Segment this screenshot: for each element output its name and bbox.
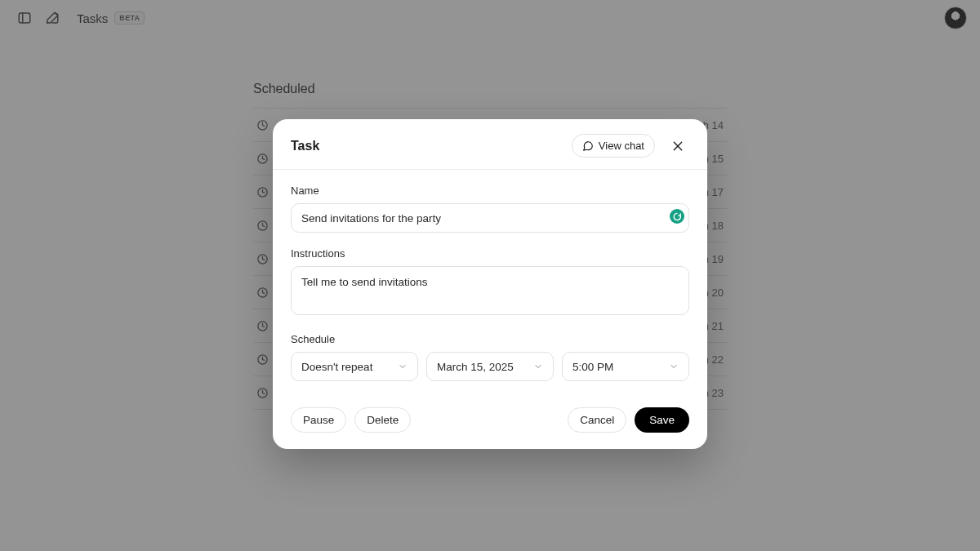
modal-overlay: Task View chat Name (0, 0, 980, 551)
save-button[interactable]: Save (635, 407, 689, 433)
grammarly-icon[interactable] (670, 209, 684, 224)
close-button[interactable] (666, 135, 689, 158)
date-select-value: March 15, 2025 (437, 361, 514, 373)
delete-button[interactable]: Delete (354, 407, 411, 433)
name-field-label: Name (291, 184, 689, 197)
instructions-field-label: Instructions (291, 247, 689, 260)
close-icon (671, 140, 684, 153)
date-select[interactable]: March 15, 2025 (426, 352, 554, 381)
cancel-button[interactable]: Cancel (568, 407, 626, 433)
time-select-value: 5:00 PM (572, 361, 613, 373)
task-instructions-input[interactable] (291, 266, 689, 315)
chevron-down-icon (669, 362, 679, 371)
chat-icon (582, 140, 594, 152)
view-chat-label: View chat (599, 140, 644, 152)
repeat-select-value: Doesn't repeat (301, 361, 372, 373)
view-chat-button[interactable]: View chat (572, 134, 655, 158)
chevron-down-icon (533, 362, 543, 371)
modal-title: Task (291, 139, 572, 153)
task-name-input[interactable] (291, 203, 689, 233)
schedule-field-label: Schedule (291, 333, 689, 345)
time-select[interactable]: 5:00 PM (562, 352, 689, 381)
task-modal: Task View chat Name (273, 119, 707, 449)
chevron-down-icon (398, 362, 408, 371)
repeat-select[interactable]: Doesn't repeat (291, 352, 418, 381)
pause-button[interactable]: Pause (291, 407, 346, 433)
